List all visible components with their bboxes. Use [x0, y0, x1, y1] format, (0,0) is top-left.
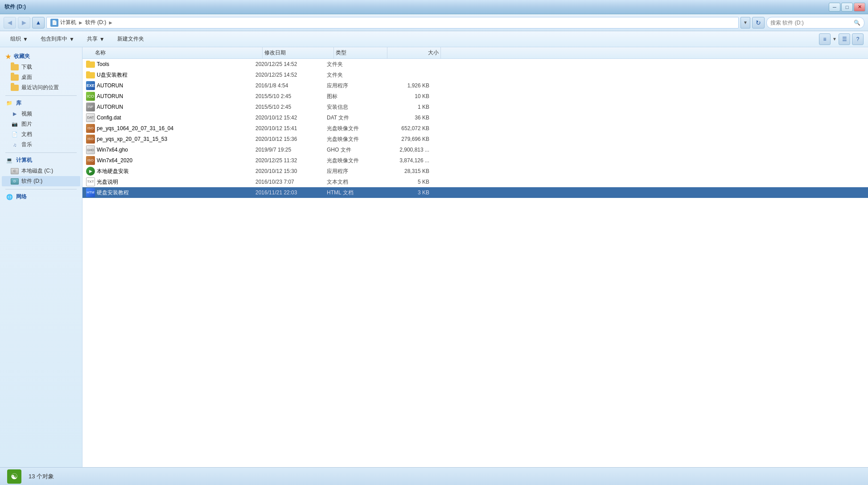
file-type: 光盘映像文件 — [327, 157, 380, 164]
statusbar-icon: ☯ — [7, 469, 21, 484]
sidebar-network-header[interactable]: 🌐 网络 — [2, 191, 80, 202]
search-box[interactable]: 🔍 — [766, 17, 864, 29]
sidebar-item-pictures[interactable]: 📷 图片 — [2, 119, 80, 129]
table-row[interactable]: U盘安装教程 2020/12/25 14:52 文件夹 — [82, 70, 868, 80]
view-options-button[interactable]: ≡ — [819, 33, 831, 45]
sidebar-computer-header[interactable]: 💻 计算机 — [2, 155, 80, 166]
back-button[interactable]: ◀ — [4, 17, 16, 29]
table-row[interactable]: Tools 2020/12/25 14:52 文件夹 — [82, 59, 868, 70]
organize-dropdown-icon: ▼ — [23, 36, 28, 42]
statusbar-count: 13 个对象 — [29, 473, 54, 481]
sidebar-network-label: 网络 — [16, 193, 27, 201]
close-button[interactable]: ✕ — [854, 3, 865, 12]
file-type: 应用程序 — [327, 168, 380, 175]
main-layout: ★ 收藏夹 下载 桌面 最近访问的位置 📁 库 — [0, 47, 868, 467]
file-icon: ISO — [86, 156, 95, 165]
table-row[interactable]: ISO pe_yqs_1064_20_07_31_16_04 2020/10/1… — [82, 123, 868, 134]
table-row[interactable]: DAT Config.dat 2020/10/12 15:42 DAT 文件 3… — [82, 112, 868, 123]
organize-button[interactable]: 组织 ▼ — [4, 33, 34, 45]
file-type: 文件夹 — [327, 61, 380, 68]
refresh-button[interactable]: ↻ — [752, 17, 765, 29]
new-folder-label: 新建文件夹 — [117, 35, 144, 43]
file-icon — [86, 60, 95, 69]
file-date: 2020/10/12 15:36 — [255, 136, 327, 142]
table-row[interactable]: EXE AUTORUN 2016/1/8 4:54 应用程序 1,926 KB — [82, 80, 868, 91]
file-icon: ISO — [86, 135, 95, 144]
minimize-button[interactable]: ─ — [829, 3, 840, 12]
table-row[interactable]: GHO Win7x64.gho 2019/9/7 19:25 GHO 文件 2,… — [82, 144, 868, 155]
sidebar-item-desktop-label: 桌面 — [21, 74, 32, 81]
sidebar-item-drive-d[interactable]: D 软件 (D:) — [2, 176, 80, 186]
file-icon: ISO — [86, 124, 95, 133]
iso-icon: ISO — [86, 135, 95, 144]
col-header-type[interactable]: 类型 — [334, 47, 387, 58]
file-name: AUTORUN — [97, 104, 255, 110]
help-button[interactable]: ? — [852, 33, 864, 45]
table-row[interactable]: HTM 硬盘安装教程 2016/11/21 22:03 HTML 文档 3 KB — [82, 187, 868, 198]
pictures-icon: 📷 — [11, 121, 19, 127]
file-date: 2016/1/8 4:54 — [255, 82, 327, 89]
file-area: 名称 修改日期 类型 大小 Tools 2020/12/25 14:52 文件夹… — [82, 47, 868, 467]
file-name: AUTORUN — [97, 82, 255, 89]
include-dropdown-icon: ▼ — [69, 36, 74, 42]
col-header-date[interactable]: 修改日期 — [263, 47, 334, 58]
col-header-name[interactable]: 名称 — [93, 47, 263, 58]
table-row[interactable]: ICO AUTORUN 2015/5/10 2:45 图标 10 KB — [82, 91, 868, 102]
maximize-button[interactable]: □ — [841, 3, 853, 12]
sidebar-item-recent[interactable]: 最近访问的位置 — [2, 82, 80, 93]
table-row[interactable]: ISO Win7x64_2020 2020/12/25 11:32 光盘映像文件… — [82, 155, 868, 166]
address-dropdown[interactable]: ▼ — [740, 17, 750, 29]
file-type: 光盘映像文件 — [327, 125, 380, 132]
sidebar-item-video[interactable]: ▶ 视频 — [2, 109, 80, 119]
drive-d-icon: D — [11, 178, 19, 185]
file-size: 36 KB — [380, 115, 434, 121]
table-row[interactable]: ▶ 本地硬盘安装 2020/10/12 15:30 应用程序 28,315 KB — [82, 166, 868, 177]
address-path[interactable]: 📄 计算机 ► 软件 (D:) ► — [46, 17, 739, 29]
col-header-size[interactable]: 大小 — [387, 47, 441, 58]
file-name: 本地硬盘安装 — [97, 168, 255, 175]
sidebar-item-download[interactable]: 下载 — [2, 62, 80, 72]
sidebar-favorites-header[interactable]: ★ 收藏夹 — [2, 51, 80, 62]
file-date: 2015/5/10 2:45 — [255, 104, 327, 110]
include-library-label: 包含到库中 — [41, 35, 67, 43]
file-icon: HTM — [86, 188, 95, 197]
table-row[interactable]: TXT 光盘说明 2016/10/23 7:07 文本文档 5 KB — [82, 177, 868, 187]
sidebar-favorites-label: 收藏夹 — [14, 53, 30, 60]
html-icon: HTM — [86, 188, 95, 197]
sidebar-library-header[interactable]: 📁 库 — [2, 98, 80, 109]
sidebar-item-drive-c-label: 本地磁盘 (C:) — [21, 167, 53, 175]
file-size: 1 KB — [380, 104, 434, 110]
sidebar-computer-label: 计算机 — [16, 156, 32, 164]
dat-icon: DAT — [86, 113, 95, 122]
file-name: 光盘说明 — [97, 178, 255, 186]
sidebar-item-documents[interactable]: 📄 文档 — [2, 129, 80, 140]
sidebar-item-music[interactable]: ♫ 音乐 — [2, 140, 80, 150]
include-library-button[interactable]: 包含到库中 ▼ — [35, 33, 80, 45]
new-folder-button[interactable]: 新建文件夹 — [111, 33, 150, 45]
share-button[interactable]: 共享 ▼ — [81, 33, 111, 45]
sidebar-item-pictures-label: 图片 — [21, 120, 32, 128]
file-icon: EXE — [86, 81, 95, 90]
preview-pane-button[interactable]: ☰ — [839, 33, 850, 45]
organize-label: 组织 — [10, 35, 21, 43]
txt-icon: TXT — [86, 177, 95, 186]
path-drive: 软件 (D:) — [85, 19, 106, 26]
path-sep1: ► — [78, 20, 83, 26]
computer-icon: 💻 — [5, 157, 13, 164]
search-input[interactable] — [770, 20, 852, 26]
sidebar-item-drive-c[interactable]: C 本地磁盘 (C:) — [2, 166, 80, 176]
sidebar-library-label: 库 — [16, 99, 21, 107]
file-type: HTML 文档 — [327, 189, 380, 197]
file-date: 2016/11/21 22:03 — [255, 189, 327, 196]
download-folder-icon — [11, 64, 19, 70]
file-size: 3,874,126 ... — [380, 157, 434, 164]
forward-button[interactable]: ▶ — [18, 17, 30, 29]
table-row[interactable]: INF AUTORUN 2015/5/10 2:45 安装信息 1 KB — [82, 102, 868, 112]
up-button[interactable]: ▲ — [32, 17, 45, 29]
video-icon: ▶ — [11, 111, 19, 117]
file-name: Tools — [97, 61, 255, 67]
path-icon: 📄 — [50, 19, 58, 27]
table-row[interactable]: ISO pe_yqs_xp_20_07_31_15_53 2020/10/12 … — [82, 134, 868, 144]
sidebar-item-desktop[interactable]: 桌面 — [2, 72, 80, 82]
file-icon: ▶ — [86, 167, 95, 176]
